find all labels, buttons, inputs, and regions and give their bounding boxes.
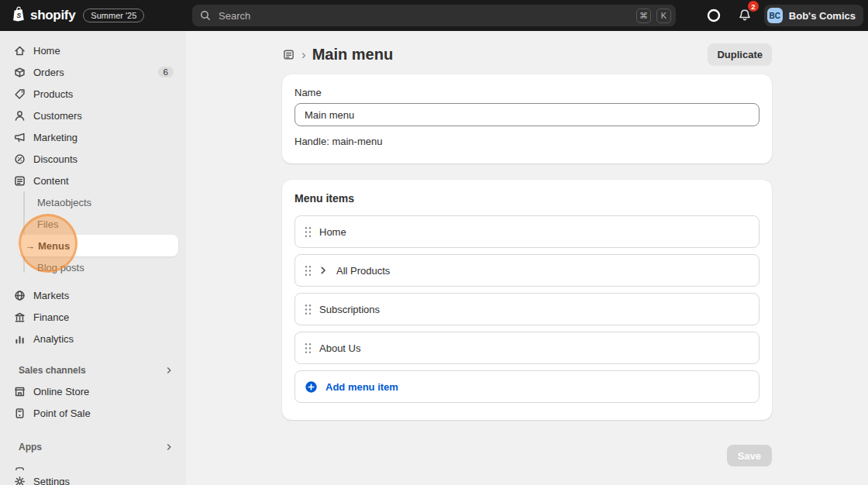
menu-item-label: Subscriptions xyxy=(319,304,380,315)
handle-text: Handle: main-menu xyxy=(294,136,760,147)
k-key: K xyxy=(656,9,671,23)
sidebar-item-label: Settings xyxy=(33,476,70,485)
menu-item-label: All Products xyxy=(336,265,390,277)
drag-handle-icon[interactable] xyxy=(305,342,312,354)
apps-header[interactable]: Apps xyxy=(6,437,180,457)
add-menu-item-label: Add menu item xyxy=(326,381,398,393)
page-header: › Main menu Duplicate xyxy=(282,43,772,66)
page-title: Main menu xyxy=(312,46,393,64)
analytics-icon xyxy=(12,332,26,346)
sidebar-subitem-label: Menus xyxy=(38,240,70,252)
sidebar-subitem-label: Blog posts xyxy=(37,262,84,273)
chevron-right-icon xyxy=(164,366,174,375)
menu-item-row-about-us[interactable]: About Us xyxy=(294,332,760,364)
menu-items-title: Menu items xyxy=(294,192,760,205)
sidebar-item-label: Home xyxy=(33,45,60,57)
sidebar-item-label: Analytics xyxy=(33,333,74,345)
drag-handle-icon[interactable] xyxy=(305,265,312,277)
sidebar-item-settings[interactable]: Settings xyxy=(6,470,180,485)
search-bar: ⌘ K xyxy=(192,5,676,26)
sales-channels-header[interactable]: Sales channels xyxy=(6,360,180,380)
notifications-button[interactable]: 2 xyxy=(733,4,756,27)
name-card: Name Handle: main-menu xyxy=(282,74,772,163)
sidebar-item-label: Markets xyxy=(33,290,69,301)
duplicate-button[interactable]: Duplicate xyxy=(708,43,772,65)
menu-items-card: Menu items Home All Products Subscriptio… xyxy=(282,180,772,420)
sidebar-item-orders[interactable]: Orders 6 xyxy=(6,61,180,83)
sidebar-item-content[interactable]: Content xyxy=(6,170,180,191)
sidebar-item-home[interactable]: Home xyxy=(6,40,180,61)
shopify-wordmark: shopify xyxy=(30,8,75,23)
store-menu[interactable]: BC Bob's Comics xyxy=(764,5,863,26)
sidebar-item-label: Point of Sale xyxy=(33,408,91,419)
sidebar-item-marketing[interactable]: Marketing xyxy=(6,126,180,148)
home-icon xyxy=(12,44,26,57)
sidebar-item-online-store[interactable]: Online Store xyxy=(6,380,180,402)
sidebar: Home Orders 6 Products Customers M xyxy=(0,31,186,485)
search-icon xyxy=(199,9,212,22)
sidebar-item-products[interactable]: Products xyxy=(6,83,180,105)
plus-circle-icon xyxy=(305,380,318,394)
menu-item-row-all-products[interactable]: All Products xyxy=(294,254,760,287)
sidebar-item-analytics[interactable]: Analytics xyxy=(6,328,180,349)
topbar: S shopify Summer '25 ⌘ K xyxy=(0,0,868,31)
save-button[interactable]: Save xyxy=(727,445,772,466)
sidekick-button[interactable] xyxy=(702,4,725,27)
sidebar-item-markets[interactable]: Markets xyxy=(6,284,180,306)
sidebar-item-menus[interactable]: → Menus xyxy=(19,235,178,256)
drag-handle-icon[interactable] xyxy=(305,226,312,238)
sidebar-item-customers[interactable]: Customers xyxy=(6,105,180,126)
marketing-icon xyxy=(12,131,26,144)
sidebar-item-finance[interactable]: Finance xyxy=(6,306,180,328)
point-of-sale-icon xyxy=(12,407,26,420)
sidekick-icon xyxy=(706,8,722,23)
nav-group-gap xyxy=(0,278,186,284)
expand-chevron-icon[interactable] xyxy=(318,265,329,276)
breadcrumb-chevron-icon: › xyxy=(301,48,306,61)
sidebar-item-label: Orders xyxy=(33,67,64,78)
discounts-icon xyxy=(12,153,26,166)
menu-item-label: About Us xyxy=(319,342,360,354)
sidebar-item-blog-posts[interactable]: Blog posts xyxy=(19,256,178,278)
logo-group: S shopify Summer '25 xyxy=(0,5,144,26)
menu-name-input[interactable] xyxy=(294,103,760,126)
menu-item-row-subscriptions[interactable]: Subscriptions xyxy=(294,293,760,325)
store-name: Bob's Comics xyxy=(789,10,856,22)
customers-icon xyxy=(12,109,26,122)
menus-breadcrumb-icon xyxy=(282,48,295,61)
sidebar-subitem-label: Files xyxy=(37,218,58,230)
sidebar-item-label: Customers xyxy=(33,110,82,122)
add-menu-item-row[interactable]: Add menu item xyxy=(294,370,760,403)
orders-count-badge: 6 xyxy=(158,67,174,77)
finance-icon xyxy=(12,311,26,324)
menu-item-label: Home xyxy=(319,226,346,238)
sidebar-item-discounts[interactable]: Discounts xyxy=(6,148,180,170)
sidebar-item-label: Content xyxy=(33,175,69,187)
gear-icon xyxy=(12,475,26,485)
section-header-label: Apps xyxy=(19,442,42,452)
chevron-right-icon xyxy=(164,442,174,452)
sidebar-item-point-of-sale[interactable]: Point of Sale xyxy=(6,402,180,424)
sidebar-item-label: Online Store xyxy=(33,386,89,397)
sidebar-item-files[interactable]: Files xyxy=(19,213,178,235)
online-store-icon xyxy=(12,385,26,398)
sidebar-item-label: Marketing xyxy=(33,132,78,143)
sidebar-item-metaobjects[interactable]: Metaobjects xyxy=(19,191,178,213)
sidebar-subitem-label: Metaobjects xyxy=(37,197,91,208)
pointer-arrow-icon: → xyxy=(25,240,36,252)
search-input[interactable] xyxy=(217,9,631,22)
content-icon xyxy=(12,174,26,187)
orders-icon xyxy=(12,66,26,79)
sidebar-item-label: Finance xyxy=(33,311,69,323)
sidebar-item-label: Products xyxy=(33,88,73,100)
shopify-logo[interactable]: S shopify xyxy=(11,5,75,26)
sidebar-nav: Home Orders 6 Products Customers M xyxy=(0,31,186,485)
shopify-bag-icon: S xyxy=(11,5,26,26)
products-icon xyxy=(12,88,26,101)
markets-icon xyxy=(12,289,26,302)
section-header-label: Sales channels xyxy=(19,365,86,376)
notification-count-badge: 2 xyxy=(748,1,759,12)
drag-handle-icon[interactable] xyxy=(305,304,312,315)
store-avatar: BC xyxy=(767,8,783,23)
menu-item-row-home[interactable]: Home xyxy=(294,215,760,248)
